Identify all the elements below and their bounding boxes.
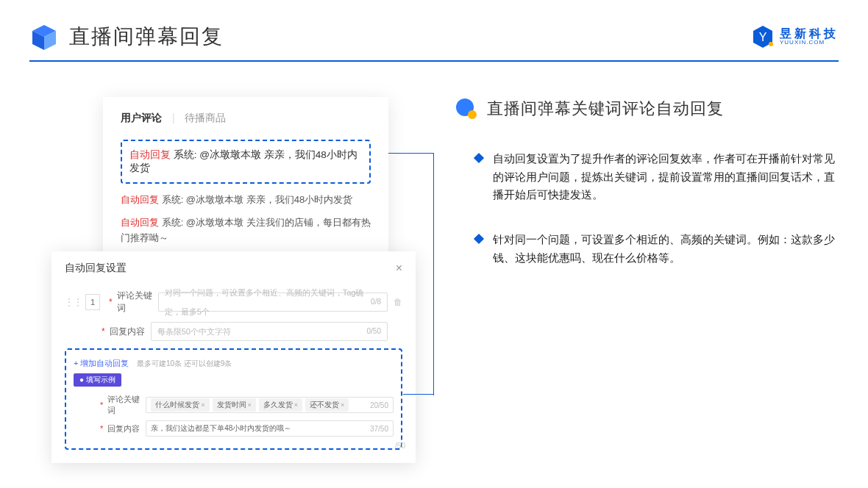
highlighted-reply: 自动回复 系统: @冰墩墩本墩 亲亲，我们48小时内发货: [121, 140, 371, 184]
index-box: 1: [85, 294, 100, 310]
bullet-1: 自动回复设置为了提升作者的评论回复效率，作者可在开播前针对常见的评论用户问题，提…: [493, 150, 839, 204]
keyword-tag[interactable]: 发货时间×: [213, 398, 256, 412]
diamond-bullet-icon: [474, 234, 484, 244]
keyword-tag[interactable]: 还不发货×: [305, 398, 349, 412]
keyword-tag[interactable]: 多久发货×: [259, 398, 302, 412]
add-hint: 最多可建10条 还可以创建9条: [137, 359, 232, 367]
example-content-input[interactable]: 亲，我们这边都是下单48小时内发货的哦～ 37/50: [146, 420, 394, 437]
page-title: 直播间弹幕回复: [69, 23, 224, 51]
example-badge: ● 填写示例: [74, 373, 121, 387]
example-keyword-label: 评论关键词: [107, 394, 146, 416]
reply-line: 自动回复 系统: @冰墩墩本墩 亲亲，我们48小时内发货: [121, 193, 371, 208]
example-content-label: 回复内容: [107, 423, 146, 434]
brand-logo: Y 昱新科技 YUUXIN.COM: [750, 24, 839, 49]
settings-modal: 自动回复设置 × ⋮⋮ 1 * 评论关键词 对同一个问题，可设置多个相近、高频的…: [51, 251, 416, 463]
cube-icon: [29, 22, 59, 51]
diamond-bullet-icon: [474, 153, 484, 163]
auto-reply-label: 自动回复: [129, 149, 171, 160]
modal-title: 自动回复设置: [65, 262, 127, 275]
keyword-input[interactable]: 对同一个问题，可设置多个相近、高频的关键词，Tag确定，最多5个 0/8: [158, 293, 388, 312]
example-box: + 增加自动回复 最多可建10条 还可以创建9条 ● 填写示例 * 评论关键词 …: [65, 348, 402, 450]
trash-icon[interactable]: 🗑: [394, 297, 402, 307]
brand-name: 昱新科技: [780, 28, 839, 40]
svg-text:Y: Y: [759, 31, 767, 43]
keyword-tag[interactable]: 什么时候发货×: [151, 398, 209, 412]
outer-counter: /50: [395, 442, 405, 450]
keyword-label: 评论关键词: [117, 290, 158, 315]
drag-handle-icon[interactable]: ⋮⋮: [65, 297, 82, 307]
close-icon[interactable]: ×: [396, 262, 402, 275]
section-title: 直播间弹幕关键词评论自动回复: [487, 98, 724, 120]
brand-sub: YUUXIN.COM: [780, 40, 839, 46]
svg-point-4: [769, 42, 773, 46]
svg-point-6: [468, 110, 477, 119]
reply-line: 自动回复 系统: @冰墩墩本墩 关注我们的店铺，每日都有热门推荐呦～: [121, 215, 371, 246]
tabs: 用户评论 | 待播商品: [121, 112, 371, 134]
tab-comments[interactable]: 用户评论: [121, 112, 162, 123]
content-label: 回复内容: [110, 326, 151, 338]
tab-products[interactable]: 待播商品: [185, 112, 226, 123]
chat-bubble-icon: [455, 97, 478, 121]
add-reply-link[interactable]: + 增加自动回复: [74, 359, 129, 367]
content-input[interactable]: 每条限50个中文字符 0/50: [151, 322, 388, 341]
comments-card: 用户评论 | 待播商品 自动回复 系统: @冰墩墩本墩 亲亲，我们48小时内发货…: [103, 97, 388, 273]
bullet-2: 针对同一个问题，可设置多个相近的、高频的关键词。例如：这款多少钱、这块能优惠吗、…: [493, 231, 839, 267]
connector-line-2: [403, 394, 434, 395]
example-keyword-input[interactable]: 什么时候发货×发货时间×多久发货×还不发货× 20/50: [146, 397, 394, 413]
